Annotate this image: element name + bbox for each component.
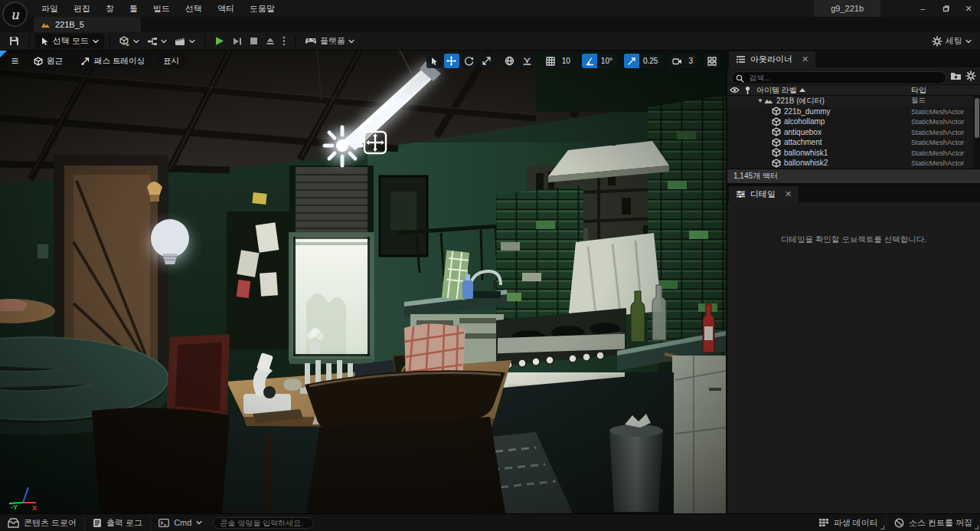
visibility-column-eye-icon[interactable] [727,87,741,93]
outliner-row[interactable]: attachment StaticMeshActor [727,137,980,148]
close-button[interactable]: ✕ [957,0,980,17]
tab-details[interactable]: 디테일 ✕ [729,186,799,202]
expand-grip-icon [975,526,978,529]
menu-select[interactable]: 선택 [178,0,210,17]
stop-button[interactable] [246,34,262,49]
menu-edit[interactable]: 편집 [66,0,98,17]
menu-help[interactable]: 도움말 [242,0,283,17]
outliner-settings-icon[interactable] [965,70,976,81]
output-log-label: 출력 로그 [106,517,142,529]
axis-x-label: X [32,504,37,512]
cinematics-dropdown[interactable] [171,34,199,49]
outliner-row[interactable]: antiquebox StaticMeshActor [727,127,980,138]
scale-snap-control[interactable]: 0.25 [624,54,662,68]
perspective-cube-icon [34,57,43,66]
cmd-dropdown[interactable]: Cmd [151,514,210,531]
show-dropdown[interactable]: 표시 [156,54,186,68]
skip-button[interactable] [228,34,246,49]
viewport-toolbar-left: ≡ 원근 패스 트레이싱 표시 [8,54,186,68]
item-label-column[interactable]: 아이템 라벨 [753,85,911,96]
row-type: StaticMeshActor [911,159,980,167]
level-viewport[interactable]: -Y X ≡ 원근 패스 트레이싱 표시 [0,51,726,513]
expand-caret-icon[interactable]: ▼ [756,97,764,104]
menu-window[interactable]: 창 [98,0,122,17]
blueprints-dropdown[interactable] [143,34,171,49]
camera-speed-control[interactable]: 3 [669,54,697,68]
source-control-button[interactable]: 소스 컨트롤 꺼짐 [887,514,980,531]
derived-data-button[interactable]: 파생 데이터 [811,514,887,531]
scale-tool-button[interactable] [479,54,495,68]
outliner-row[interactable]: ballonwhisk2 StaticMeshActor [727,158,980,169]
menu-build[interactable]: 빌드 [145,0,178,17]
viewport-options-button[interactable]: ≡ [8,54,22,68]
pin-column-icon[interactable] [741,86,753,95]
close-icon[interactable]: ✕ [802,54,808,64]
outliner-row[interactable]: ballonwhisk1 StaticMeshActor [727,148,980,159]
static-mesh-icon [772,159,781,168]
select-tool-button[interactable] [426,54,442,68]
restore-button[interactable] [934,0,957,17]
row-label: ballonwhisk2 [784,159,828,167]
static-mesh-icon [772,107,781,116]
platforms-label: 플랫폼 [320,35,345,47]
details-icon [736,190,746,198]
outliner-row[interactable]: 221b_dummy StaticMeshActor [727,107,980,117]
view-mode-label: 패스 트레이싱 [94,56,145,67]
viewport-focus-corner [0,51,7,57]
outliner-scrollbar[interactable] [973,96,980,169]
play-options-button[interactable] [279,34,289,49]
output-log-icon [93,518,102,528]
clapperboard-icon [175,37,186,46]
rotate-tool-button[interactable] [462,54,477,68]
type-column[interactable]: 타입 [911,85,980,96]
level-tab[interactable]: 221B_5 [34,17,141,32]
perspective-dropdown[interactable]: 원근 [27,54,70,68]
console-icon [158,519,169,527]
outliner-row[interactable]: alcohollamp StaticMeshActor [727,116,980,127]
right-dock: 아웃라이너 ✕ 아이템 라벨 타입 [726,51,980,513]
create-folder-icon[interactable] [950,71,962,80]
scene-3d-kitchen: -Y X [0,51,726,513]
row-label: 221b_dummy [784,107,831,116]
content-drawer-button[interactable]: 콘텐츠 드로어 [0,514,85,531]
add-actor-dropdown[interactable] [116,34,143,49]
rotation-snap-control[interactable]: 10° [582,54,616,68]
grid-snap-control[interactable]: 10 [543,54,574,68]
menu-actor[interactable]: 액터 [210,0,242,17]
outliner-search-row [727,67,980,84]
select-mode-dropdown[interactable]: 선택 모드 [35,34,104,48]
outliner-row-world[interactable]: ▼ 221B (에디터) 월드 [727,96,980,107]
scrollbar-thumb[interactable] [975,98,979,138]
platforms-dropdown[interactable]: 플랫폼 [301,34,358,49]
unreal-logo-icon[interactable]: u [2,2,28,27]
outliner-actor-count: 1,145개 액터 [727,169,980,183]
cmd-label: Cmd [174,518,191,527]
viewport-toolbar-right: 10 10° 0.25 3 [426,54,720,68]
save-button[interactable] [5,34,24,49]
main-toolbar: 선택 모드 플랫폼 세팅 [0,32,980,51]
close-icon[interactable]: ✕ [785,189,792,199]
move-tool-button[interactable] [444,54,459,68]
maximize-viewport-button[interactable] [704,54,720,68]
outliner-tab-bar: 아웃라이너 ✕ [727,51,980,67]
row-label: antiquebox [784,128,822,136]
surface-snapping-button[interactable] [520,54,535,68]
static-mesh-icon [772,117,781,126]
play-button[interactable] [211,34,228,49]
menu-tools[interactable]: 툴 [122,0,145,17]
menu-file[interactable]: 파일 [34,0,66,17]
output-log-button[interactable]: 출력 로그 [85,514,151,531]
row-label: 221B (에디터) [776,96,825,107]
select-arrow-icon [430,57,438,66]
view-mode-dropdown[interactable]: 패스 트레이싱 [74,54,152,68]
settings-dropdown[interactable]: 세팅 [928,34,975,49]
minimize-button[interactable]: – [911,0,934,17]
tab-outliner[interactable]: 아웃라이너 ✕ [729,51,815,67]
titlebar-right: g9_221b – ✕ [814,0,980,17]
grid-snap-value: 10 [558,54,574,68]
row-label: ballonwhisk1 [784,149,828,157]
eject-button[interactable] [262,34,279,49]
world-space-button[interactable] [502,54,518,68]
outliner-search-input[interactable] [731,71,946,84]
console-command-input[interactable] [213,517,314,529]
